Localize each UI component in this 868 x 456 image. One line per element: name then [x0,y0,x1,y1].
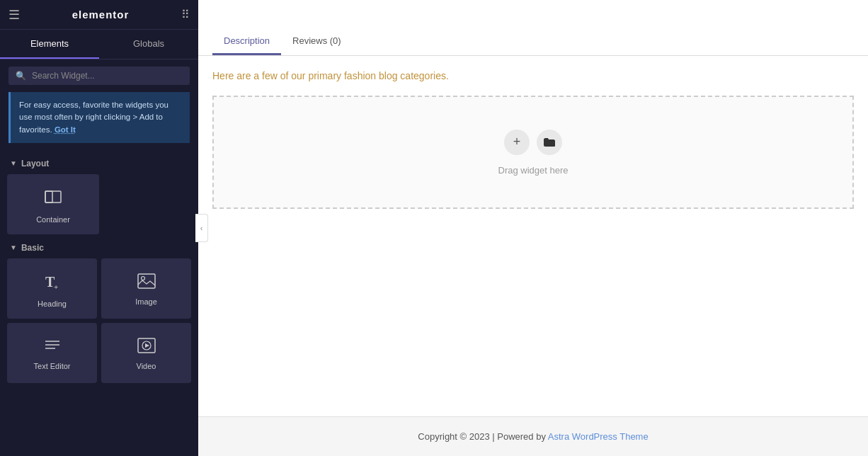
container-label: Container [36,215,70,224]
page-footer: Copyright © 2023 | Powered by Astra Word… [198,416,868,456]
drop-zone[interactable]: + Drag widget here [212,96,854,209]
basic-section-header: ▼ Basic [0,234,198,258]
grid-icon[interactable]: ⠿ [181,8,190,21]
tab-elements[interactable]: Elements [0,30,99,59]
main-canvas: Description Reviews (0) Here are a few o… [198,0,868,456]
add-widget-button[interactable]: + [504,130,530,155]
container-widget[interactable]: Container [7,174,99,234]
sidebar-header: ☰ elementor ⠿ [0,0,198,30]
video-label: Video [137,362,156,370]
hamburger-icon[interactable]: ☰ [8,7,20,23]
text-editor-label: Text Editor [34,362,71,370]
video-icon [137,338,156,356]
svg-text:+: + [54,283,58,291]
app-logo: elementor [72,8,130,21]
got-it-link[interactable]: Got It [55,125,76,134]
container-icon [43,187,63,210]
heading-label: Heading [38,300,67,308]
footer-link[interactable]: Astra WordPress Theme [548,431,649,442]
layout-section-label: Layout [21,159,49,169]
heading-icon: T + [42,271,62,294]
text-editor-widget[interactable]: Text Editor [7,323,97,383]
search-icon: 🔍 [16,71,26,81]
search-input-wrap: 🔍 [8,67,190,85]
image-icon [137,273,156,292]
tip-text: For easy access, favorite the widgets yo… [19,101,169,134]
footer-text: Copyright © 2023 | Powered by [418,431,548,442]
page-content: Description Reviews (0) Here are a few o… [198,28,868,416]
svg-rect-0 [45,191,61,203]
drop-zone-buttons: + [504,130,562,155]
tab-reviews[interactable]: Reviews (0) [281,28,353,55]
template-button[interactable] [537,130,562,155]
collapse-handle[interactable]: ‹ [195,214,208,242]
sidebar-tabs: Elements Globals [0,30,198,59]
video-widget[interactable]: Video [101,323,191,383]
search-input[interactable] [32,71,183,81]
svg-point-5 [141,277,144,280]
tab-globals[interactable]: Globals [99,30,198,59]
top-spacer [198,0,868,28]
heading-widget[interactable]: T + Heading [7,258,97,319]
svg-marker-11 [145,343,149,348]
sidebar-content: ▼ Layout Container ▼ Basic [0,150,198,456]
basic-widget-grid: T + Heading Image [0,258,198,383]
canvas: Description Reviews (0) Here are a few o… [198,0,868,456]
text-editor-icon [42,338,62,356]
image-label: Image [135,297,157,306]
layout-section-header: ▼ Layout [0,150,198,174]
sidebar: ☰ elementor ⠿ Elements Globals 🔍 For eas… [0,0,198,456]
drop-zone-wrapper: + Drag widget here [198,89,868,230]
image-widget[interactable]: Image [101,258,191,319]
svg-rect-4 [138,274,155,288]
drag-text: Drag widget here [498,165,569,176]
layout-arrow-icon: ▼ [10,159,17,167]
container-section: Container [0,174,198,234]
description-text: Here are a few of our primary fashion bl… [198,56,868,89]
search-area: 🔍 [0,59,198,92]
tab-description[interactable]: Description [212,28,281,55]
svg-rect-1 [45,191,52,203]
basic-section-label: Basic [21,243,44,253]
tip-box: For easy access, favorite the widgets yo… [8,92,190,143]
product-tabs: Description Reviews (0) [198,28,868,56]
basic-arrow-icon: ▼ [10,244,17,251]
